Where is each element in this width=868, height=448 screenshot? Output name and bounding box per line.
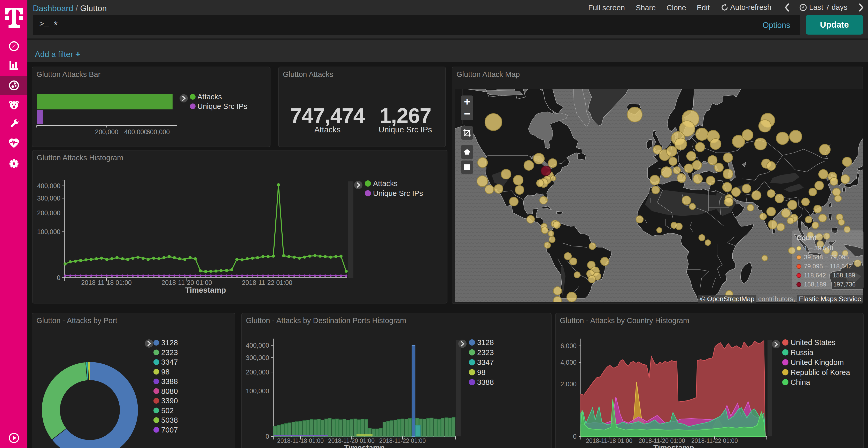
- svg-text:600,000: 600,000: [147, 128, 170, 136]
- svg-text:8080: 8080: [161, 387, 178, 395]
- svg-text:3388: 3388: [161, 377, 178, 385]
- svg-text:2323: 2323: [161, 348, 178, 357]
- svg-text:7007: 7007: [161, 426, 178, 434]
- svg-text:400,000: 400,000: [124, 128, 148, 136]
- svg-text:200,000: 200,000: [95, 128, 118, 136]
- svg-text:3128: 3128: [161, 339, 178, 347]
- svg-text:Attacks: Attacks: [197, 93, 222, 101]
- svg-text:Unique Src IPs: Unique Src IPs: [197, 102, 247, 110]
- svg-text:98: 98: [161, 368, 169, 376]
- svg-text:5038: 5038: [161, 416, 178, 424]
- svg-text:3347: 3347: [161, 358, 178, 366]
- svg-text:3390: 3390: [161, 397, 178, 405]
- svg-text:502: 502: [161, 407, 174, 415]
